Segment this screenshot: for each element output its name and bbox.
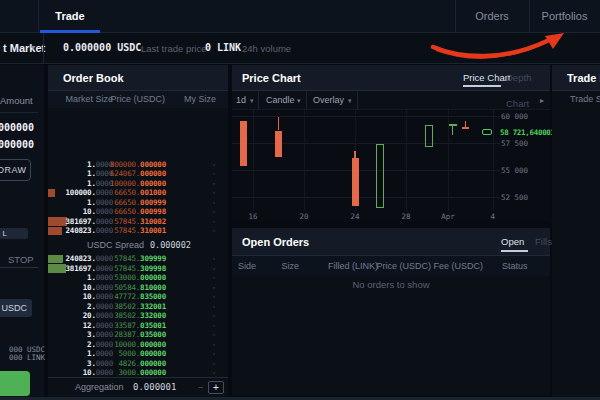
overlay-dropdown[interactable]: Overlay: [313, 91, 344, 110]
bid-row[interactable]: 20.000038502.332000-: [48, 311, 228, 321]
last-trade-price-caption: Last trade price: [141, 33, 206, 64]
bid-row[interactable]: 3.00004826.000000-: [48, 359, 228, 369]
tab-portfolios[interactable]: Portfolios: [529, 0, 600, 32]
gridline: [493, 110, 494, 211]
price: 57845.309999: [102, 254, 166, 264]
bid-row[interactable]: 2.000010000.000000-: [48, 340, 228, 350]
divider: [38, 0, 39, 32]
caret-down-icon: ▾: [250, 91, 254, 110]
price: 66650.000999: [102, 198, 166, 208]
candle: [462, 127, 469, 129]
currency-chip[interactable]: USDC: [0, 299, 32, 317]
aggregation-decrease-button[interactable]: −: [198, 378, 204, 397]
usdc-spread-row: USDC Spread0.000002: [48, 240, 228, 251]
y-axis-label: 55 000: [501, 166, 545, 175]
price: 57845.310001: [102, 226, 166, 236]
bid-row[interactable]: 10.000047772.835000-: [48, 292, 228, 302]
bid-row[interactable]: 10.000050584.810000-: [48, 283, 228, 293]
divider: [43, 33, 44, 63]
my-size: -: [176, 179, 216, 189]
price-chart-panel: Price Chart Price Chart Depth Chart 1d ▾…: [232, 65, 550, 222]
price: 38502.332001: [102, 302, 166, 312]
divider: [357, 91, 358, 110]
ask-row[interactable]: 10.000066650.000998-: [48, 207, 228, 217]
order-book-column-headers: Market Size Price (USDC) My Size: [48, 91, 228, 108]
ask-row[interactable]: 381697.000057845.310002-: [48, 217, 228, 227]
my-size: -: [176, 283, 216, 293]
price: 624067.000000: [102, 169, 166, 179]
tab-trade[interactable]: Trade: [40, 0, 100, 32]
bid-row[interactable]: 10.00003000.000000-: [48, 368, 228, 377]
chart-toolbar: 1d ▾ Candle ▾ Overlay ▾ ▸: [232, 91, 550, 110]
chart-plot[interactable]: 60 00057 50055 00052 50016202428Apr458 7…: [232, 110, 550, 222]
ask-row[interactable]: 1.0000800000.000000-: [48, 160, 228, 170]
col-price: Price (USDC): [369, 256, 431, 276]
tab-fills[interactable]: Fills: [535, 228, 552, 256]
trade-history-panel: Trade History Trade Size: [552, 65, 600, 397]
tab-orders[interactable]: Orders: [455, 0, 529, 32]
x-axis-label: 28: [394, 212, 418, 221]
my-size: -: [176, 169, 216, 179]
x-axis-label: 4: [481, 212, 505, 221]
ask-row[interactable]: 1.0000624067.000000-: [48, 169, 228, 179]
order-book-title: Order Book: [63, 65, 124, 91]
price: 4826.000000: [102, 359, 166, 369]
my-size: -: [176, 368, 216, 377]
market-selector[interactable]: t Market: [3, 33, 45, 63]
ask-row[interactable]: 100000.000066650.001000-: [48, 188, 228, 198]
my-size: -: [176, 359, 216, 369]
order-form-panel: Amount .000000 0000000 HDRAW L STOP USDC…: [0, 65, 44, 397]
price: 33587.035001: [102, 321, 166, 331]
price: 50584.810000: [102, 283, 166, 293]
aggregation-value: 0.000001: [133, 378, 176, 397]
bid-row[interactable]: 2.000038502.332001-: [48, 302, 228, 312]
my-size: -: [176, 160, 216, 170]
bid-row[interactable]: 1.00005000.000000-: [48, 349, 228, 359]
current-price-marker: [482, 129, 492, 136]
chart-type-dropdown[interactable]: Candle: [266, 91, 295, 110]
withdraw-button[interactable]: HDRAW: [0, 159, 31, 181]
open-orders-column-headers: Side Size Filled (LINK) Price (USDC) Fee…: [232, 256, 550, 276]
price: 38502.332000: [102, 311, 166, 321]
col-side: Side: [238, 256, 256, 276]
price: 28387.035000: [102, 330, 166, 340]
candle: [275, 131, 282, 157]
tab-stop[interactable]: STOP: [8, 254, 34, 265]
ask-row[interactable]: 1.0000100000.000000-: [48, 179, 228, 189]
place-order-button[interactable]: [0, 371, 30, 396]
my-size: -: [176, 321, 216, 331]
caret-down-icon: ▾: [348, 91, 352, 110]
empty-state-text: No orders to show: [232, 279, 550, 290]
my-size: -: [176, 302, 216, 312]
price: 800000.000000: [102, 160, 166, 170]
gridline: [232, 170, 500, 171]
price: 100000.000000: [102, 179, 166, 189]
interval-dropdown[interactable]: 1d: [236, 91, 246, 110]
bid-row[interactable]: 240823.000057845.309999-: [48, 254, 228, 264]
chevron-right-icon[interactable]: ▸: [540, 91, 544, 110]
ask-row[interactable]: 240823.000057845.310001-: [48, 226, 228, 236]
bid-row[interactable]: 381697.000057845.309998-: [48, 264, 228, 274]
trade-history-header: Trade History: [552, 65, 600, 91]
aggregation-increase-button[interactable]: +: [208, 381, 224, 394]
price-chart-header: Price Chart Price Chart Depth Chart: [232, 65, 550, 91]
ask-row[interactable]: 1.000066650.000999-: [48, 198, 228, 208]
candle: [376, 144, 384, 208]
bid-row[interactable]: 1.000053000.000000-: [48, 273, 228, 283]
side-toggle-button[interactable]: L: [0, 228, 28, 239]
last-trade-price: 0.000000 USDC: [63, 33, 141, 63]
price-chart-title: Price Chart: [242, 65, 301, 91]
col-status: Status: [502, 256, 528, 276]
candle-wick: [354, 151, 356, 158]
open-orders-panel: Open Orders Open Fills Side Size Filled …: [232, 228, 550, 396]
candle: [240, 121, 247, 166]
x-axis-label: 24: [343, 212, 367, 221]
col-my-size: My Size: [176, 91, 216, 108]
bid-row[interactable]: 12.000033587.035001-: [48, 321, 228, 331]
my-size: -: [176, 198, 216, 208]
candle-wick: [278, 117, 280, 131]
trade-history-title: Trade History: [567, 65, 600, 91]
bid-row[interactable]: 3.000028387.035000-: [48, 330, 228, 340]
gridline: [253, 110, 254, 211]
tab-price-chart[interactable]: Price Chart: [463, 65, 511, 91]
